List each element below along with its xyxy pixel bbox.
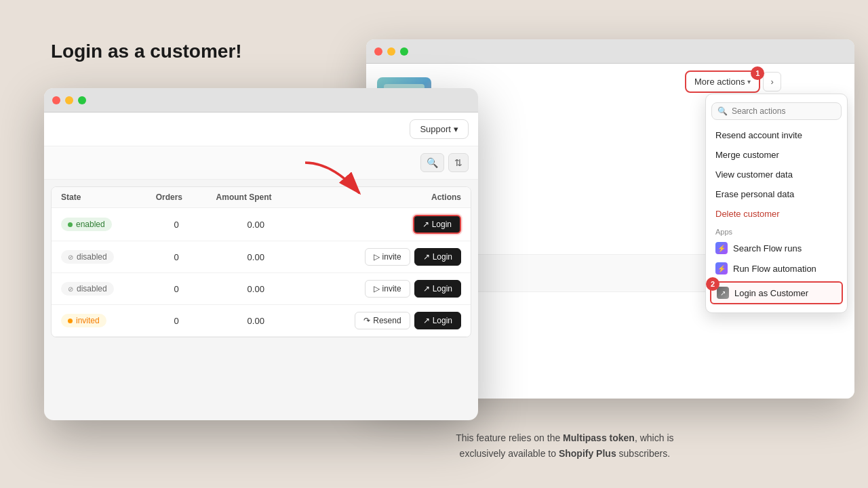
bottom-note-text4: subscribers. xyxy=(616,448,670,459)
search-actions-input[interactable] xyxy=(732,106,835,116)
merge-customer-item[interactable]: Merge customer xyxy=(706,145,847,165)
status-cell: ⊘ disabled xyxy=(52,273,146,305)
front-window: Support ▾ 🔍 ⇅ State Orders Amount Spent … xyxy=(44,88,478,420)
more-actions-button[interactable]: More actions ▾ xyxy=(685,70,760,93)
step-2-badge: 2 xyxy=(706,277,719,291)
main-heading: Login as a customer! xyxy=(51,41,242,62)
login-label: Login xyxy=(432,220,452,229)
view-customer-data-item[interactable]: View customer data xyxy=(706,165,847,184)
search-flow-item[interactable]: ⚡ Search Flow runs xyxy=(706,238,847,258)
flow-icon-1: ⚡ xyxy=(715,242,728,254)
orders-cell: 0 xyxy=(146,305,207,337)
search-icon: 🔍 xyxy=(717,106,728,116)
status-label: disabled xyxy=(77,284,107,293)
front-toolbar: 🔍 ⇅ xyxy=(44,146,478,180)
col-actions: Actions xyxy=(305,187,471,208)
amount-cell: 0.00 xyxy=(207,241,305,273)
resend-icon: ↷ xyxy=(363,316,370,325)
top-bar: More actions ▾ 1 › 🔍 Resend account invi… xyxy=(678,64,854,93)
front-table-container: State Orders Amount Spent Actions enable… xyxy=(51,186,471,338)
login-button-row3[interactable]: ↗ Login xyxy=(414,280,461,298)
status-badge-invited: invited xyxy=(61,314,106,327)
login-icon: ↗ xyxy=(717,287,729,299)
external-link-icon: ↗ xyxy=(422,220,429,229)
actions-cell: ▷ invite ↗ Login xyxy=(305,273,471,305)
bottom-note-text1: This feature relies on the xyxy=(456,432,563,443)
front-titlebar xyxy=(44,88,478,113)
login-label-3: Login xyxy=(433,316,452,325)
apps-section-label: Apps xyxy=(706,224,847,238)
orders-cell: 0 xyxy=(146,208,207,241)
delete-customer-item[interactable]: Delete customer xyxy=(706,204,847,224)
invite-button-row3[interactable]: ▷ invite xyxy=(365,280,410,298)
sort-toolbar-button[interactable]: ⇅ xyxy=(448,153,469,172)
status-badge-disabled-2: ⊘ disabled xyxy=(61,282,114,296)
actions-cell: ↷ Resend ↗ Login xyxy=(305,305,471,337)
support-area: Support ▾ xyxy=(44,113,478,146)
amount-cell: 0.00 xyxy=(207,273,305,305)
support-button[interactable]: Support ▾ xyxy=(410,119,469,139)
col-amount: Amount Spent xyxy=(207,187,305,208)
table-row: enabled 0 0.00 ↗ Login xyxy=(52,208,471,241)
support-chevron-icon: ▾ xyxy=(454,124,458,134)
run-flow-label: Run Flow automation xyxy=(733,264,816,274)
invite-label: invite xyxy=(382,252,401,262)
minimize-dot[interactable] xyxy=(387,47,395,56)
front-minimize-dot[interactable] xyxy=(65,96,73,104)
chevron-down-icon: ▾ xyxy=(747,78,751,85)
erase-personal-data-item[interactable]: Erase personal data xyxy=(706,184,847,204)
flow-icon-2: ⚡ xyxy=(715,262,728,274)
front-maximize-dot[interactable] xyxy=(78,96,86,104)
multipass-token-text: Multipass token xyxy=(563,432,635,443)
play-icon: ▷ xyxy=(374,252,380,262)
back-titlebar xyxy=(366,39,854,64)
support-label: Support xyxy=(420,124,451,134)
orders-cell: 0 xyxy=(146,241,207,273)
table-row: ⊘ disabled 0 0.00 ▷ invite xyxy=(52,273,471,305)
disabled-icon: ⊘ xyxy=(68,253,73,261)
resend-label: Resend xyxy=(373,316,401,325)
close-dot[interactable] xyxy=(374,47,382,56)
status-label: invited xyxy=(76,316,100,325)
status-badge-enabled: enabled xyxy=(61,218,112,231)
resend-button-row4[interactable]: ↷ Resend xyxy=(355,312,410,329)
col-state: State xyxy=(52,187,146,208)
status-badge-disabled: ⊘ disabled xyxy=(61,250,114,264)
login-button-row4[interactable]: ↗ Login xyxy=(414,312,461,329)
actions-cell: ▷ invite ↗ Login xyxy=(305,241,471,273)
more-actions-label: More actions xyxy=(694,77,745,87)
invite-label-2: invite xyxy=(382,284,401,293)
nav-forward-button[interactable]: › xyxy=(763,72,781,92)
status-cell: invited xyxy=(52,305,146,337)
table-row: ⊘ disabled 0 0.00 ▷ invite xyxy=(52,241,471,273)
invite-button-row2[interactable]: ▷ invite xyxy=(365,248,410,266)
status-dot-icon xyxy=(68,222,73,227)
login-as-customer-item[interactable]: ↗ Login as Customer xyxy=(710,281,843,304)
step-1-badge: 1 xyxy=(751,66,764,80)
external-link-icon: ↗ xyxy=(423,252,430,262)
invited-dot-icon xyxy=(68,319,73,323)
status-label: enabled xyxy=(76,220,105,229)
col-orders: Orders xyxy=(146,187,207,208)
orders-cell: 0 xyxy=(146,273,207,305)
customer-table: State Orders Amount Spent Actions enable… xyxy=(52,187,471,337)
login-label-2: Login xyxy=(433,284,452,293)
login-label: Login xyxy=(433,252,452,262)
maximize-dot[interactable] xyxy=(400,47,408,56)
search-flow-label: Search Flow runs xyxy=(733,243,802,253)
login-button-row1[interactable]: ↗ Login xyxy=(413,215,461,234)
nav-arrow-icon: › xyxy=(770,77,773,87)
search-toolbar-button[interactable]: 🔍 xyxy=(420,153,444,172)
table-header-row: State Orders Amount Spent Actions xyxy=(52,187,471,208)
play-icon-2: ▷ xyxy=(374,284,380,293)
shopify-plus-text: Shopify Plus xyxy=(559,448,616,459)
run-flow-item[interactable]: ⚡ Run Flow automation xyxy=(706,258,847,279)
external-link-icon-2: ↗ xyxy=(423,284,430,293)
bottom-note-text3: exclusively available to xyxy=(460,448,559,459)
search-actions-container[interactable]: 🔍 xyxy=(711,102,842,120)
resend-invite-item[interactable]: Resend account invite xyxy=(706,125,847,145)
status-cell: enabled xyxy=(52,208,146,241)
front-close-dot[interactable] xyxy=(52,96,60,104)
external-link-icon-3: ↗ xyxy=(423,316,430,325)
login-button-row2[interactable]: ↗ Login xyxy=(414,248,461,266)
